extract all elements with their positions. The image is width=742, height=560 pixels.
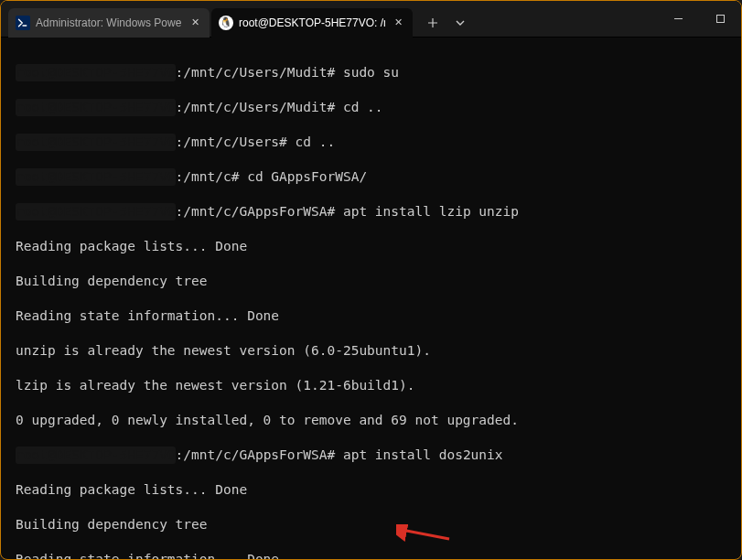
hostname-redacted: root@DESKTOP-5HE77VO	[16, 447, 176, 464]
prompt-line: :/mnt/c/Users/Mudit# sudo su	[176, 65, 399, 80]
window-controls	[657, 1, 741, 38]
hostname-redacted: root@DESKTOP-5HE77VO	[16, 203, 176, 221]
powershell-icon	[16, 16, 30, 30]
tabs-container: Administrator: Windows PowerS ✕ 🐧 root@D…	[1, 1, 473, 38]
svg-rect-0	[716, 16, 724, 23]
output-line: 0 upgraded, 0 newly installed, 0 to remo…	[16, 412, 726, 429]
output-line: Building dependency tree	[16, 273, 726, 290]
prompt-line: :/mnt/c/Users/Mudit# cd ..	[176, 100, 383, 114]
maximize-button[interactable]	[699, 1, 741, 38]
hostname-redacted: root@DESKTOP-5HE77VO	[16, 64, 176, 81]
output-line: Reading state information... Done	[16, 551, 726, 559]
prompt-line: :/mnt/c/GAppsForWSA# apt install dos2uni…	[176, 447, 503, 462]
tab-label: Administrator: Windows PowerS	[36, 16, 182, 29]
output-line: Reading package lists... Done	[16, 238, 726, 255]
prompt-line: :/mnt/c/GAppsForWSA# apt install lzip un…	[176, 204, 519, 219]
prompt-line: :/mnt/c/Users# cd ..	[176, 135, 336, 149]
linux-icon: 🐧	[219, 16, 233, 30]
tabs-dropdown[interactable]	[447, 8, 473, 38]
hostname-redacted: root@DESKTOP-5HE77VO	[16, 134, 176, 151]
output-line: unzip is already the newest version (6.0…	[16, 342, 726, 360]
tab-powershell[interactable]: Administrator: Windows PowerS ✕	[8, 8, 210, 38]
output-line: Reading state information... Done	[16, 307, 726, 325]
output-line: Reading package lists... Done	[16, 481, 726, 499]
tab-label: root@DESKTOP-5HE77VO: /mn	[239, 16, 385, 29]
terminal-output[interactable]: root@DESKTOP-5HE77VO:/mnt/c/Users/Mudit#…	[1, 38, 741, 559]
new-tab-button[interactable]	[418, 8, 447, 38]
hostname-redacted: root@DESKTOP-5HE77VO	[16, 168, 176, 186]
hostname-redacted: root@DESKTOP-5HE77VO	[16, 99, 176, 116]
tab-linux[interactable]: 🐧 root@DESKTOP-5HE77VO: /mn ✕	[211, 8, 413, 38]
terminal-window: Administrator: Windows PowerS ✕ 🐧 root@D…	[0, 0, 742, 560]
minimize-button[interactable]	[657, 1, 699, 38]
output-line: lzip is already the newest version (1.21…	[16, 377, 726, 394]
close-icon[interactable]: ✕	[188, 16, 202, 30]
prompt-line: :/mnt/c# cd GAppsForWSA/	[176, 169, 368, 184]
output-line: Building dependency tree	[16, 516, 726, 533]
titlebar: Administrator: Windows PowerS ✕ 🐧 root@D…	[1, 1, 741, 38]
close-icon[interactable]: ✕	[391, 16, 405, 30]
